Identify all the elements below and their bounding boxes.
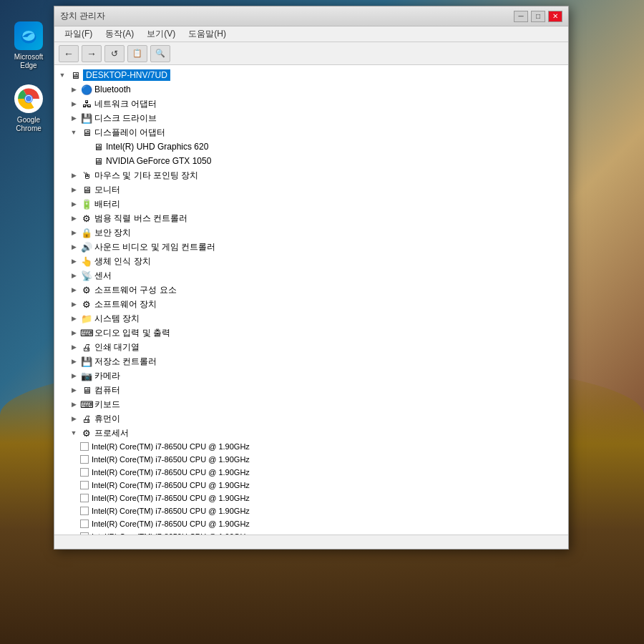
computer-icon: 🖥 (69, 69, 81, 81)
bluetooth-expand-icon[interactable]: ▶ (69, 84, 79, 94)
properties-button[interactable]: 📋 (127, 45, 147, 62)
sw-device-label: 소프트웨어 장치 (94, 298, 157, 311)
tree-item-print[interactable]: ▶ 🖨 인쇄 대기열 (54, 340, 568, 354)
statusbar (54, 535, 568, 549)
processor-expand[interactable]: ▼ (69, 428, 79, 438)
tree-item-computer[interactable]: ▶ 🖥 컴퓨터 (54, 383, 568, 397)
print-expand[interactable]: ▶ (69, 342, 79, 352)
mouse-expand-icon[interactable]: ▶ (69, 170, 79, 180)
battery-expand-icon[interactable]: ▶ (69, 199, 79, 209)
audio-io-icon: ⌨ (81, 327, 92, 338)
disk-expand-icon[interactable]: ▶ (69, 113, 79, 123)
keyboard-expand[interactable]: ▶ (69, 399, 79, 409)
security-expand-icon[interactable]: ▶ (69, 228, 79, 238)
proc-label-0: Intel(R) Core(TM) i7-8650U CPU @ 1.90GHz (92, 442, 250, 451)
tree-item-mouse[interactable]: ▶ 🖱 마우스 및 기타 포인팅 장치 (54, 168, 568, 182)
display-expand-icon[interactable]: ▼ (69, 127, 79, 137)
tree-item-human[interactable]: ▶ 🖨 휴먼이 (54, 411, 568, 426)
sw-device-icon: ⚙ (81, 298, 92, 310)
biometric-label: 생체 인식 장치 (94, 255, 151, 268)
network-expand-icon[interactable]: ▶ (69, 99, 79, 109)
bluetooth-icon: 🔵 (81, 84, 92, 95)
refresh-button[interactable]: ↺ (104, 45, 125, 62)
tree-item-storage[interactable]: ▶ 💾 저장소 컨트롤러 (54, 354, 568, 369)
tree-item-sensor[interactable]: ▶ 📡 센서 (54, 268, 568, 283)
menu-view[interactable]: 보기(V) (141, 26, 181, 42)
nvidia-icon: 🖥 (92, 155, 104, 167)
proc-item-5[interactable]: Intel(R) Core(TM) i7-8650U CPU @ 1.90GHz (54, 504, 568, 517)
tree-item-monitor[interactable]: ▶ 🖥 모니터 (54, 182, 568, 197)
tree-item-bluetooth[interactable]: ▶ 🔵 Bluetooth (54, 82, 568, 97)
maximize-button[interactable]: □ (531, 11, 545, 22)
tree-item-nvidia[interactable]: ▶ 🖥 NVIDIA GeForce GTX 1050 (54, 154, 568, 168)
intel-uhd-label: Intel(R) UHD Graphics 620 (106, 142, 208, 152)
usb-expand-icon[interactable]: ▶ (69, 213, 79, 223)
minimize-button[interactable]: ─ (514, 11, 528, 22)
tree-item-security[interactable]: ▶ 🔒 보안 장치 (54, 225, 568, 240)
tree-item-usb[interactable]: ▶ ⚙ 범용 직렬 버스 컨트롤러 (54, 211, 568, 225)
tree-item-sw-device[interactable]: ▶ ⚙ 소프트웨어 장치 (54, 297, 568, 311)
human-icon: 🖨 (81, 413, 92, 424)
human-expand[interactable]: ▶ (69, 414, 79, 424)
proc-item-1[interactable]: Intel(R) Core(TM) i7-8650U CPU @ 1.90GHz (54, 453, 568, 466)
keyboard-label: 키보드 (94, 399, 120, 411)
storage-expand[interactable]: ▶ (69, 356, 79, 366)
tree-item-processor[interactable]: ▼ ⚙ 프로세서 (54, 426, 568, 440)
proc-item-3[interactable]: Intel(R) Core(TM) i7-8650U CPU @ 1.90GHz (54, 479, 568, 492)
tree-item-disk[interactable]: ▶ 💾 디스크 드라이브 (54, 111, 568, 125)
biometric-expand-icon[interactable]: ▶ (69, 256, 79, 266)
sensor-label: 센서 (94, 270, 112, 282)
sound-expand-icon[interactable]: ▶ (69, 242, 79, 252)
search-button[interactable]: 🔍 (150, 45, 170, 62)
audio-io-expand[interactable]: ▶ (69, 328, 79, 338)
menu-file[interactable]: 파일(F) (59, 26, 98, 42)
tree-item-keyboard[interactable]: ▶ ⌨ 키보드 (54, 397, 568, 411)
root-expand-icon[interactable]: ▼ (57, 70, 67, 80)
menu-help[interactable]: 도움말(H) (182, 26, 232, 42)
display-label: 디스플레이 어댑터 (94, 127, 165, 139)
root-node[interactable]: ▼ 🖥 DESKTOP-HNV/7UD (54, 68, 568, 82)
forward-button[interactable]: → (82, 45, 102, 62)
tree-item-battery[interactable]: ▶ 🔋 배터리 (54, 197, 568, 211)
proc-item-2[interactable]: Intel(R) Core(TM) i7-8650U CPU @ 1.90GHz (54, 466, 568, 479)
tree-item-sound[interactable]: ▶ 🔊 사운드 비디오 및 게임 컨트롤러 (54, 240, 568, 254)
proc-item-0[interactable]: Intel(R) Core(TM) i7-8650U CPU @ 1.90GHz (54, 440, 568, 453)
tree-item-display[interactable]: ▼ 🖥 디스플레이 어댑터 (54, 125, 568, 140)
tree-item-system[interactable]: ▶ 📁 시스템 장치 (54, 311, 568, 326)
proc-checkbox-3 (80, 481, 89, 489)
sidebar: MicrosoftEdge GoogleChrome (7, 21, 50, 133)
tree-item-camera[interactable]: ▶ 📷 카메라 (54, 369, 568, 383)
desktop: MicrosoftEdge GoogleChrome 장치 관리자 (0, 0, 644, 644)
computer-expand[interactable]: ▶ (69, 385, 79, 395)
proc-item-4[interactable]: Intel(R) Core(TM) i7-8650U CPU @ 1.90GHz (54, 492, 568, 504)
sidebar-item-edge[interactable]: MicrosoftEdge (7, 21, 50, 70)
security-label: 보안 장치 (94, 227, 131, 239)
intel-uhd-icon: 🖥 (92, 141, 104, 152)
tree-item-sw-component[interactable]: ▶ ⚙ 소프트웨어 구성 요소 (54, 283, 568, 297)
sw-device-expand[interactable]: ▶ (69, 299, 79, 309)
bluetooth-label: Bluetooth (94, 84, 131, 94)
tree-item-biometric[interactable]: ▶ 👆 생체 인식 장치 (54, 254, 568, 268)
menu-action[interactable]: 동작(A) (99, 26, 140, 42)
proc-label-6: Intel(R) Core(TM) i7-8650U CPU @ 1.90GHz (92, 519, 250, 528)
camera-expand[interactable]: ▶ (69, 371, 79, 381)
proc-label-5: Intel(R) Core(TM) i7-8650U CPU @ 1.90GHz (92, 507, 250, 515)
tree-item-audio-io[interactable]: ▶ ⌨ 오디오 입력 및 출력 (54, 326, 568, 340)
tree-item-intel-uhd[interactable]: ▶ 🖥 Intel(R) UHD Graphics 620 (54, 140, 568, 154)
tree-item-network[interactable]: ▶ 🖧 네트워크 어댑터 (54, 97, 568, 111)
close-button[interactable]: ✕ (548, 11, 562, 22)
sw-component-expand[interactable]: ▶ (69, 285, 79, 295)
sidebar-item-chrome[interactable]: GoogleChrome (7, 84, 50, 133)
monitor-expand-icon[interactable]: ▶ (69, 185, 79, 195)
processor-icon: ⚙ (81, 427, 92, 439)
proc-checkbox-5 (80, 507, 89, 515)
device-tree[interactable]: ▼ 🖥 DESKTOP-HNV/7UD ▶ 🔵 Bluetooth ▶ 🖧 네트… (54, 65, 568, 535)
proc-item-6[interactable]: Intel(R) Core(TM) i7-8650U CPU @ 1.90GHz (54, 517, 568, 530)
sensor-expand-icon[interactable]: ▶ (69, 270, 79, 280)
menubar: 파일(F) 동작(A) 보기(V) 도움말(H) (54, 26, 568, 42)
system-expand[interactable]: ▶ (69, 313, 79, 323)
titlebar-buttons: ─ □ ✕ (514, 11, 562, 22)
back-button[interactable]: ← (59, 45, 79, 62)
intel-uhd-expand: ▶ (80, 142, 90, 152)
storage-label: 저장소 컨트롤러 (94, 356, 157, 368)
